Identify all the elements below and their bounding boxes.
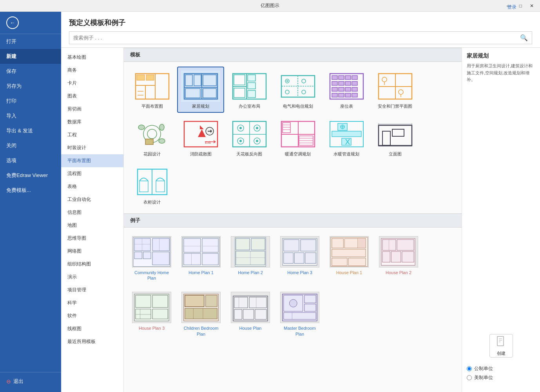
template-floor-layout[interactable]: 平面布置图 <box>129 67 176 113</box>
examples-grid: Community Home Plan <box>124 228 462 345</box>
example-community-label: Community Home Plan <box>132 270 171 281</box>
sidebar-item-saveas[interactable]: 另存为 <box>0 79 61 94</box>
svg-rect-152 <box>382 240 396 250</box>
search-bar: 🔍 <box>69 31 532 44</box>
tree-item-floorplan[interactable]: 平面布置图 <box>61 154 123 167</box>
example-home2-label: Home Plan 2 <box>238 270 263 275</box>
tree-item-map[interactable]: 地图 <box>61 219 123 232</box>
template-wardrobe[interactable]: 衣柜设计 <box>129 163 176 209</box>
sidebar-item-new[interactable]: 新建 <box>0 49 61 64</box>
svg-rect-105 <box>382 131 390 145</box>
tree-item-basic[interactable]: 基本绘图 <box>61 51 123 64</box>
template-elevation[interactable]: 立面图 <box>371 114 419 161</box>
templates-area: 模板 <box>124 48 462 392</box>
example-houseplan[interactable]: House Plan <box>227 288 274 341</box>
example-home2[interactable]: Home Plan 2 <box>227 232 274 285</box>
example-master-thumb <box>280 292 319 323</box>
svg-point-55 <box>399 90 403 94</box>
svg-rect-5 <box>146 75 154 80</box>
back-button[interactable]: ← <box>6 16 19 29</box>
tree-item-table[interactable]: 表格 <box>61 180 123 193</box>
tree-item-infographic[interactable]: 信息图 <box>61 206 123 219</box>
sidebar-item-exit[interactable]: ⊖ 退出 <box>0 374 61 389</box>
tree-item-industrial[interactable]: 工业自动化 <box>61 193 123 206</box>
svg-rect-87 <box>283 123 290 133</box>
template-garden[interactable]: 花园设计 <box>129 114 176 161</box>
tree-item-card[interactable]: 卡片 <box>61 77 123 90</box>
svg-rect-43 <box>339 87 344 91</box>
example-community[interactable]: Community Home Plan <box>129 232 175 285</box>
svg-rect-155 <box>391 251 400 262</box>
svg-rect-147 <box>332 249 366 257</box>
svg-rect-22 <box>234 75 245 85</box>
sidebar-item-save[interactable]: 保存 <box>0 64 61 79</box>
tree-item-presentation[interactable]: 演示 <box>61 271 123 284</box>
tree-item-pm[interactable]: 项目管理 <box>61 284 123 296</box>
imperial-radio[interactable]: 美制单位 <box>467 374 535 381</box>
sidebar-item-import[interactable]: 导入 <box>0 108 61 123</box>
example-children[interactable]: Children Bedroom Plan <box>178 288 224 341</box>
login-btn[interactable]: 登录 <box>507 4 516 10</box>
svg-point-29 <box>285 90 289 94</box>
tree-item-business[interactable]: 商务 <box>61 64 123 77</box>
left-tree: 基本绘图 商务 卡片 图表 剪切画 数据库 工程 时装设计 平面布置图 流程图 … <box>61 48 124 392</box>
svg-rect-113 <box>140 181 148 192</box>
template-plumbing[interactable]: 水暖管道规划 <box>323 114 370 161</box>
tree-item-flowchart[interactable]: 流程图 <box>61 167 123 180</box>
tree-item-chart[interactable]: 图表 <box>61 90 123 103</box>
example-house1[interactable]: House Plan 1 <box>326 232 372 285</box>
sidebar-item-viewer[interactable]: 免费Edraw Viewer <box>0 168 61 183</box>
sidebar-item-options[interactable]: 选项 <box>0 153 61 168</box>
svg-rect-125 <box>184 238 201 252</box>
metric-radio[interactable]: 公制单位 <box>467 365 535 372</box>
template-ceiling[interactable]: 天花板反向图 <box>226 114 273 161</box>
svg-point-60 <box>159 139 165 143</box>
maximize-btn[interactable]: □ <box>517 2 524 9</box>
example-master[interactable]: Master Bedroom Plan <box>277 288 323 341</box>
tree-item-orgchart[interactable]: 组织结构图 <box>61 258 123 271</box>
search-input[interactable] <box>69 33 516 43</box>
template-electrical[interactable]: 电气和电信规划 <box>274 67 321 113</box>
svg-rect-181 <box>304 295 316 303</box>
template-security[interactable]: 安全和门禁平面图 <box>371 67 419 113</box>
tree-item-recent[interactable]: 最近所用模板 <box>61 335 123 348</box>
imperial-radio-input[interactable] <box>467 375 472 380</box>
close-btn[interactable]: ✕ <box>527 2 536 9</box>
template-hvac[interactable]: 暖通空调规划 <box>274 114 321 161</box>
svg-rect-36 <box>345 76 351 79</box>
svg-rect-37 <box>352 76 357 79</box>
template-home-plan[interactable]: 家居规划 <box>177 67 224 113</box>
tree-item-science[interactable]: 科学 <box>61 296 123 309</box>
sidebar-back: ← <box>0 12 61 34</box>
sidebar-item-freetemplate[interactable]: 免费模板... <box>0 183 61 198</box>
search-button[interactable]: 🔍 <box>516 32 532 44</box>
sidebar-item-export[interactable]: 导出 & 发送 <box>0 123 61 138</box>
tree-item-wireframe[interactable]: 线框图 <box>61 322 123 335</box>
tree-item-network[interactable]: 网络图 <box>61 245 123 258</box>
svg-point-30 <box>302 90 306 94</box>
svg-rect-19 <box>248 75 256 81</box>
create-button[interactable]: 创建 <box>489 334 513 358</box>
template-fire[interactable]: Exit 消防疏散图 <box>177 114 224 161</box>
sidebar-item-open[interactable]: 打开 <box>0 34 61 49</box>
tree-item-clip[interactable]: 剪切画 <box>61 103 123 116</box>
sidebar-item-print[interactable]: 打印 <box>0 94 61 108</box>
metric-radio-input[interactable] <box>467 366 472 371</box>
tree-item-fashion[interactable]: 时装设计 <box>61 141 123 154</box>
example-home1[interactable]: Home Plan 1 <box>178 232 224 285</box>
tree-item-software[interactable]: 软件 <box>61 309 123 322</box>
example-house3[interactable]: House Plan 3 <box>129 288 175 341</box>
example-home3[interactable]: Home Plan 3 <box>277 232 323 285</box>
tree-item-database[interactable]: 数据库 <box>61 116 123 128</box>
template-office[interactable]: 办公室布局 <box>226 67 273 113</box>
template-seating[interactable]: 座位表 <box>323 67 370 113</box>
example-house2[interactable]: House Plan 2 <box>375 232 422 285</box>
sidebar-item-close[interactable]: 关闭 <box>0 138 61 153</box>
svg-point-61 <box>159 124 164 130</box>
svg-rect-20 <box>248 83 256 89</box>
svg-point-79 <box>256 127 258 129</box>
imperial-label: 美制单位 <box>474 374 493 381</box>
tree-item-mindmap[interactable]: 思维导图 <box>61 232 123 245</box>
tree-item-engineering[interactable]: 工程 <box>61 128 123 141</box>
svg-rect-48 <box>345 93 351 97</box>
